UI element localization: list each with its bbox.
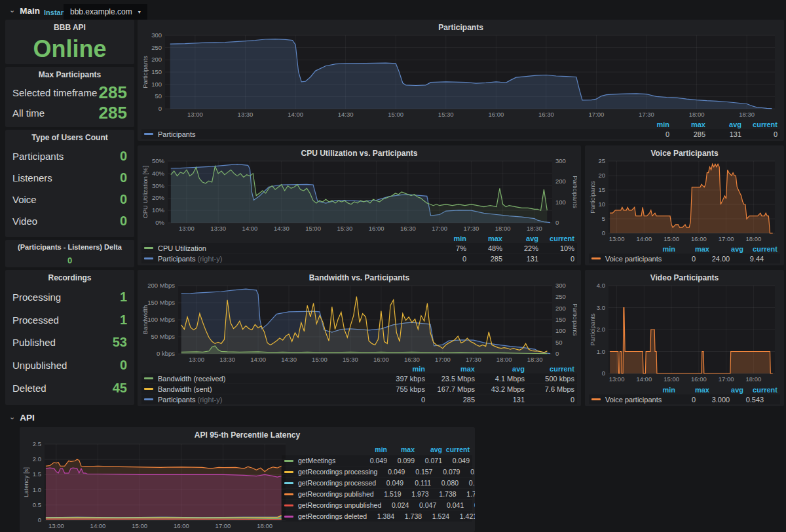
svg-text:40%: 40% xyxy=(152,170,165,177)
panel-title-video[interactable]: Video Participants xyxy=(585,273,784,282)
legend-header: minmaxavgcurrent xyxy=(141,364,577,373)
svg-text:16:30: 16:30 xyxy=(538,111,554,118)
legend-header-cell: min xyxy=(641,245,675,253)
svg-text:18:30: 18:30 xyxy=(527,356,543,363)
legend-series-name[interactable]: getRecordings processing xyxy=(298,468,377,476)
svg-text:0%: 0% xyxy=(155,219,164,226)
panel-title-cpu[interactable]: CPU Utilization vs. Participants xyxy=(138,149,581,158)
legend-stat-value: 0.111 xyxy=(403,479,431,487)
video_participants-chart-canvas[interactable]: 01.02.03.04.013:0014:0015:0016:0017:0018… xyxy=(589,283,780,384)
svg-text:150: 150 xyxy=(151,68,162,75)
legend-header-cell: min xyxy=(375,365,425,373)
panel-title-voice[interactable]: Voice Participants xyxy=(585,149,784,158)
legend-stat-value: 0.099 xyxy=(387,457,415,465)
stat-label: All time xyxy=(12,107,45,119)
svg-text:2.5: 2.5 xyxy=(33,442,41,447)
svg-text:Participants: Participants xyxy=(141,56,149,88)
section-main-toggle[interactable]: ⌄ Main xyxy=(9,6,40,16)
legend-series-name[interactable]: CPU Utilization xyxy=(158,244,430,252)
panel-title-users-count[interactable]: Type of Users Count xyxy=(5,133,134,142)
legend-row: getMeetings0.0490.0990.0710.049 xyxy=(282,455,472,466)
api-latency-plot[interactable]: 00.51.01.52.02.513:0014:0015:0016:0017:0… xyxy=(22,442,290,531)
voice-plot[interactable]: 051015202513:0014:0015:0016:0017:0018:00… xyxy=(589,159,780,244)
section-main-label: Main xyxy=(20,6,40,16)
api_latency-chart-canvas[interactable]: 00.51.01.52.02.513:0014:0015:0016:0017:0… xyxy=(22,442,290,531)
cpu_vs_participants-chart-canvas[interactable]: 0%10%20%30%40%50%010020030013:0013:3014:… xyxy=(141,159,577,233)
legend-series-name[interactable]: getRecordings deleted xyxy=(298,512,367,520)
legend-stat-value: 755 kbps xyxy=(375,385,425,393)
legend-series-name[interactable]: Bandwidth (received) xyxy=(158,375,375,383)
svg-text:10: 10 xyxy=(598,200,605,208)
svg-text:16:00: 16:00 xyxy=(488,111,504,118)
svg-text:13:00: 13:00 xyxy=(179,225,195,232)
svg-text:20%: 20% xyxy=(152,194,165,201)
legend-series-name[interactable]: Voice participants xyxy=(605,396,662,404)
section-api-toggle[interactable]: ⌄ API xyxy=(9,413,35,423)
stat-label: Published xyxy=(12,337,56,348)
legend-swatch xyxy=(144,247,153,249)
legend-series-name[interactable]: getRecordings published xyxy=(298,490,374,498)
svg-text:15:30: 15:30 xyxy=(438,111,454,118)
svg-text:13:00: 13:00 xyxy=(187,111,203,118)
panel-title-recordings[interactable]: Recordings xyxy=(5,273,134,282)
video-plot[interactable]: 01.02.03.04.013:0014:0015:0016:0017:0018… xyxy=(589,283,780,384)
svg-text:15:00: 15:00 xyxy=(312,356,328,363)
participants-chart-canvas[interactable]: 05010015020025030013:0013:3014:0014:3015… xyxy=(141,33,780,119)
legend-series-name[interactable]: Participants (right-y) xyxy=(158,396,375,404)
svg-text:250: 250 xyxy=(555,293,566,300)
legend-stat-value: 48% xyxy=(466,244,502,252)
svg-text:50: 50 xyxy=(155,92,162,100)
legend-row: Bandwidth (sent)755 kbps167.7 Mbps43.2 M… xyxy=(141,384,577,394)
legend-stat-value: 0.049 xyxy=(442,457,470,465)
users-count-rows: Participants0Listeners0Voice0Video0 xyxy=(12,145,127,232)
instance-dropdown[interactable]: bbb.example.com ▾ xyxy=(64,4,147,20)
bandwidth_vs_participants-chart-canvas[interactable]: 0 kbps50 Mbps100 Mbps150 Mbps200 Mbps050… xyxy=(141,283,577,364)
svg-text:14:00: 14:00 xyxy=(90,522,106,529)
stat-label: Listeners xyxy=(12,172,52,183)
svg-text:0.5: 0.5 xyxy=(33,501,41,508)
legend-stat-value: 285 xyxy=(425,396,475,404)
panel-recordings: Recordings Processing1Processed1Publishe… xyxy=(5,270,134,405)
legend-stat-value: 1.973 xyxy=(402,490,429,498)
svg-text:0: 0 xyxy=(38,516,41,523)
legend-stat-value: 0 xyxy=(662,255,696,263)
legend-stat-value: 1.524 xyxy=(422,512,449,520)
legend-series-name[interactable]: Voice participants xyxy=(605,255,662,263)
panel-title-participants[interactable]: Participants xyxy=(138,23,784,32)
panel-title-max-participants[interactable]: Max Participants xyxy=(5,70,134,79)
panel-title-api-latency[interactable]: API 95-th Percentile Latency xyxy=(20,430,475,440)
cpu-plot[interactable]: 0%10%20%30%40%50%010020030013:0013:3014:… xyxy=(141,159,577,233)
participants-plot[interactable]: 05010015020025030013:0013:3014:0014:3015… xyxy=(141,33,780,119)
legend-swatch xyxy=(144,257,153,259)
svg-text:CPU Utilization [%]: CPU Utilization [%] xyxy=(141,166,149,218)
section-api-label: API xyxy=(20,413,35,423)
panel-title-bbb-api[interactable]: BBB API xyxy=(5,23,134,32)
stat-row: All time285 xyxy=(12,103,127,123)
legend-stat-value: 0.157 xyxy=(405,468,432,476)
legend-series-name[interactable]: Participants xyxy=(158,130,633,138)
legend-series-name[interactable]: Participants (right-y) xyxy=(158,255,430,263)
bandwidth-plot[interactable]: 0 kbps50 Mbps100 Mbps150 Mbps200 Mbps050… xyxy=(141,283,577,364)
legend-row: Voice participants024.009.440 xyxy=(589,254,780,263)
grafana-dashboard: ⌄ Main Instance bbb.example.com ▾ BBB AP… xyxy=(0,0,786,532)
voice_participants-chart-canvas[interactable]: 051015202513:0014:0015:0016:0017:0018:00… xyxy=(589,159,780,244)
panel-title-bandwidth[interactable]: Bandwidth vs. Participants xyxy=(138,273,581,282)
svg-text:16:00: 16:00 xyxy=(691,235,707,242)
legend-series-name[interactable]: Bandwidth (sent) xyxy=(158,385,375,393)
svg-text:0: 0 xyxy=(555,219,559,226)
legend-stat-value: 0.049 xyxy=(360,457,387,465)
legend-row: getRecordings deleted1.3841.7381.5241.42… xyxy=(282,511,472,522)
stat-row: Published53 xyxy=(12,335,127,350)
legend-series-name[interactable]: getMeetings xyxy=(298,457,360,465)
legend-series-name[interactable]: getRecordings processed xyxy=(298,479,376,487)
legend-header-cell: current xyxy=(743,386,777,394)
legend-header-cell: current xyxy=(743,245,777,253)
panel-title-delta[interactable]: (Participants - Listeners) Delta xyxy=(5,243,134,251)
legend-stat-value: 131 xyxy=(475,396,525,404)
voice-legend: minmaxavgcurrentVoice participants024.00… xyxy=(589,244,780,263)
legend-stat-value: 1.738 xyxy=(429,490,457,498)
legend-series-name[interactable]: getRecordings unpublished xyxy=(298,501,381,509)
legend-header-cell: max xyxy=(675,386,709,394)
legend-swatch xyxy=(284,460,293,462)
legend-stat-value: 3.000 xyxy=(696,396,730,404)
